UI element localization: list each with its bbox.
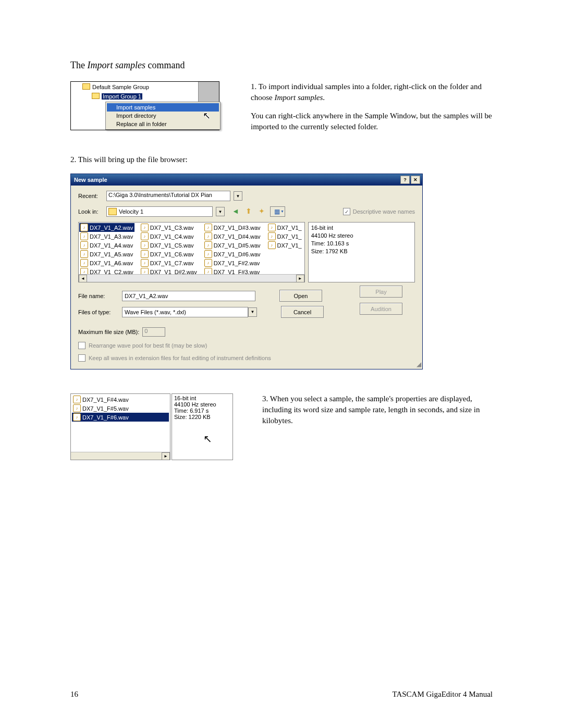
file-item[interactable]: ♪DX7_V1_A4.wav — [79, 241, 134, 250]
file-item[interactable]: ♪DX7_V1_D#5.wav — [203, 241, 262, 250]
wave-icon: ♪ — [204, 224, 212, 231]
file-item[interactable]: ♪DX7_V1_F#4.wav — [72, 395, 169, 404]
wave-icon: ♪ — [80, 250, 88, 258]
new-folder-icon[interactable]: ✦ — [257, 206, 266, 216]
wave-icon: ♪ — [80, 259, 88, 267]
step1-text: 1. To import individual samples into a f… — [251, 81, 493, 140]
new-sample-dialog: New sample ? ✕ Recent: C:\Giga 3.0\Instr… — [70, 174, 423, 369]
wave-icon: ♪ — [141, 259, 149, 267]
file-item[interactable]: ♪DX7_V1_D#6.wav — [203, 250, 262, 258]
recent-dropdown-button[interactable]: ▼ — [234, 191, 242, 201]
play-button[interactable]: Play — [360, 286, 402, 298]
menu-import-samples[interactable]: Import samples — [107, 103, 219, 112]
descriptive-names-checkbox[interactable]: ✓ — [343, 208, 350, 215]
recent-dropdown[interactable]: C:\Giga 3.0\Instruments\Tutorial DX Pian — [106, 191, 230, 201]
menu-import-directory[interactable]: Import directory ↖ — [107, 112, 219, 120]
file-item[interactable]: ♪DX7_V1_A2.wav — [79, 223, 134, 232]
filename-label: File name: — [78, 293, 117, 299]
file-item[interactable]: ♪DX7_V1_A3.wav — [79, 232, 134, 241]
file-item[interactable]: ♪DX7_V1_C5.wav — [140, 241, 198, 250]
file-item[interactable]: ♪DX7_V1_A6.wav — [79, 258, 134, 267]
audition-button[interactable]: Audition — [360, 303, 402, 315]
file-item[interactable]: ♪DX7_V1_D#3.wav — [203, 223, 262, 232]
scroll-left-button[interactable]: ◄ — [79, 275, 87, 282]
file-item[interactable]: ♪DX7_V1_C7.wav — [140, 258, 198, 267]
cancel-button[interactable]: Cancel — [281, 306, 324, 318]
dialog-title: New sample — [74, 177, 107, 183]
file-item[interactable]: ♪DX7_V1_ — [267, 223, 303, 232]
context-menu: Import samples Import directory ↖ Replac… — [105, 102, 221, 130]
cursor-icon: ↖ — [203, 433, 212, 445]
file-item[interactable]: ♪DX7_V1_C6.wav — [140, 250, 198, 258]
wave-icon: ♪ — [204, 232, 212, 240]
wave-icon: ♪ — [268, 232, 276, 240]
menu-replace-all[interactable]: Replace all in folder — [107, 120, 219, 128]
wave-icon: ♪ — [73, 413, 81, 421]
file-item[interactable]: ♪DX7_V1_C3.wav — [140, 223, 198, 232]
wave-icon: ♪ — [80, 224, 88, 231]
keep-waves-checkbox[interactable] — [78, 354, 85, 362]
horizontal-scrollbar[interactable]: ► — [71, 452, 170, 460]
max-filesize-input[interactable]: 0 — [142, 327, 165, 337]
scroll-right-button[interactable]: ► — [296, 275, 304, 282]
file-item[interactable]: ♪DX7_V1_A5.wav — [79, 250, 134, 258]
help-button[interactable]: ? — [400, 176, 410, 184]
file-item[interactable]: ♪DX7_V1_C4.wav — [140, 232, 198, 241]
up-one-level-icon[interactable]: ⬆ — [244, 206, 253, 216]
properties-box: 16-bit int 44100 Hz stereo Time: 10.163 … — [308, 222, 415, 282]
sample-tree-panel: Default Sample Group Import Group 1 Impo… — [70, 81, 219, 130]
wave-icon: ♪ — [268, 224, 276, 231]
recent-label: Recent: — [78, 193, 103, 199]
dialog-titlebar: New sample ? ✕ — [71, 174, 422, 186]
folder-icon — [92, 93, 100, 99]
wave-icon: ♪ — [73, 396, 81, 403]
file-item[interactable]: ♪DX7_V1_D#4.wav — [203, 232, 262, 241]
horizontal-scrollbar[interactable]: ◄ ► — [79, 274, 304, 282]
tree-item-root[interactable]: Default Sample Group — [71, 82, 198, 91]
sample-list-panel[interactable]: ♪DX7_V1_F#4.wav ♪DX7_V1_F#5.wav ♪DX7_V1_… — [70, 393, 170, 460]
rearrange-label: Rearrange wave pool for best fit (may be… — [89, 342, 207, 349]
page-number: 16 — [70, 690, 78, 699]
wave-icon: ♪ — [141, 241, 149, 249]
wave-icon: ♪ — [141, 250, 149, 258]
scroll-right-button[interactable]: ► — [162, 452, 170, 460]
back-icon[interactable]: ◄ — [231, 206, 240, 216]
step3-text: 3. When you select a sample, the sample'… — [262, 393, 493, 426]
wave-icon: ♪ — [204, 241, 212, 249]
lookin-dropdown-button[interactable]: ▼ — [216, 207, 225, 216]
wave-icon: ♪ — [80, 232, 88, 240]
open-button[interactable]: Open — [279, 290, 322, 302]
tree-right-gutter — [198, 82, 219, 102]
file-item[interactable]: ♪DX7_V1_ — [267, 241, 303, 250]
keep-waves-label: Keep all waves in extension files for fa… — [89, 355, 271, 361]
wave-icon: ♪ — [204, 250, 212, 258]
wave-icon: ♪ — [141, 224, 149, 231]
tree-item-child[interactable]: Import Group 1 — [71, 91, 198, 101]
file-item[interactable]: ♪DX7_V1_F#5.wav — [72, 404, 169, 413]
manual-title: TASCAM GigaEditor 4 Manual — [392, 690, 493, 699]
file-item[interactable]: ♪DX7_V1_ — [267, 232, 303, 241]
filetype-dropdown[interactable]: Wave Files (*.wav, *.dxl) — [122, 307, 248, 317]
view-menu-icon[interactable]: ▦ — [270, 206, 285, 217]
filetype-label: Files of type: — [78, 309, 117, 315]
rearrange-checkbox[interactable] — [78, 342, 85, 349]
wave-icon: ♪ — [204, 259, 212, 267]
filetype-dropdown-button[interactable]: ▼ — [248, 307, 257, 317]
file-list[interactable]: ♪DX7_V1_A2.wav ♪DX7_V1_A3.wav ♪DX7_V1_A4… — [78, 222, 305, 282]
wave-icon: ♪ — [268, 241, 276, 249]
lookin-label: Look in: — [78, 208, 103, 215]
section-heading: The Import samples command — [70, 60, 493, 71]
folder-open-icon — [108, 208, 117, 215]
resize-grip-icon[interactable]: ◢ — [417, 361, 421, 368]
descriptive-names-label: Descriptive wave names — [353, 208, 415, 215]
wave-icon: ♪ — [73, 404, 81, 412]
sample-properties-panel: 16-bit int 44100 Hz stereo Time: 6.917 s… — [172, 393, 233, 460]
close-button[interactable]: ✕ — [411, 176, 420, 184]
folder-icon — [82, 83, 90, 90]
file-item[interactable]: ♪DX7_V1_F#6.wav — [72, 413, 169, 422]
max-filesize-label: Maximum file size (MB): — [78, 329, 139, 335]
file-item[interactable]: ♪DX7_V1_F#2.wav — [203, 258, 262, 267]
filename-input[interactable]: DX7_V1_A2.wav — [122, 291, 255, 301]
step2-text: 2. This will bring up the file browser: — [70, 155, 493, 164]
lookin-dropdown[interactable]: Velocity 1 — [106, 206, 213, 217]
